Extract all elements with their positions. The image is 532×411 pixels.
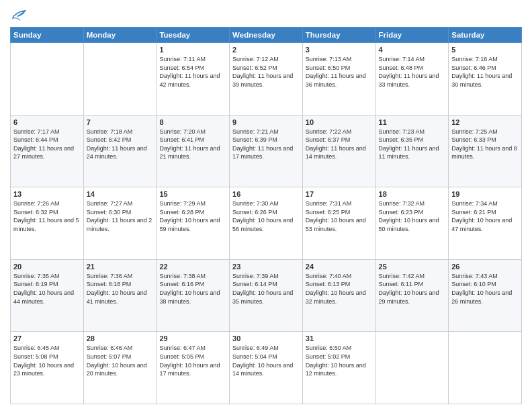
day-cell: 27Sunrise: 6:45 AMSunset: 5:08 PMDayligh… [11,332,84,404]
day-info: Sunrise: 6:49 AMSunset: 5:04 PMDaylight:… [232,344,300,377]
day-info: Sunrise: 7:22 AMSunset: 6:37 PMDaylight:… [306,128,373,161]
day-cell: 31Sunrise: 6:50 AMSunset: 5:02 PMDayligh… [302,332,375,404]
day-info: Sunrise: 7:30 AMSunset: 6:26 PMDaylight:… [232,199,300,233]
day-info: Sunrise: 7:14 AMSunset: 6:48 PMDaylight:… [379,55,446,89]
calendar-body: 1Sunrise: 7:11 AMSunset: 6:54 PMDaylight… [11,43,522,404]
day-cell: 19Sunrise: 7:34 AMSunset: 6:21 PMDayligh… [449,187,522,260]
day-number: 11 [379,118,446,126]
weekday-header-tuesday: Tuesday [157,28,230,43]
day-number: 24 [306,263,373,271]
calendar-header: SundayMondayTuesdayWednesdayThursdayFrid… [11,28,522,43]
day-number: 2 [232,46,300,54]
day-number: 29 [159,334,226,342]
day-number: 15 [159,190,226,198]
day-info: Sunrise: 7:23 AMSunset: 6:35 PMDaylight:… [379,128,446,161]
week-row-3: 13Sunrise: 7:26 AMSunset: 6:32 PMDayligh… [11,187,522,260]
day-number: 14 [87,190,154,198]
day-cell: 16Sunrise: 7:30 AMSunset: 6:26 PMDayligh… [230,187,303,260]
day-info: Sunrise: 6:46 AMSunset: 5:07 PMDaylight:… [87,344,154,377]
day-number: 19 [451,190,519,198]
day-cell: 3Sunrise: 7:13 AMSunset: 6:50 PMDaylight… [302,43,375,116]
weekday-header-friday: Friday [375,28,449,43]
day-cell: 29Sunrise: 6:47 AMSunset: 5:05 PMDayligh… [157,332,230,404]
day-info: Sunrise: 7:43 AMSunset: 6:10 PMDaylight:… [451,272,519,306]
week-row-5: 27Sunrise: 6:45 AMSunset: 5:08 PMDayligh… [11,332,522,404]
day-cell: 20Sunrise: 7:35 AMSunset: 6:19 PMDayligh… [11,259,84,332]
day-number: 5 [451,46,519,54]
day-number: 4 [379,46,446,54]
day-info: Sunrise: 7:12 AMSunset: 6:52 PMDaylight:… [232,55,300,89]
day-info: Sunrise: 6:45 AMSunset: 5:08 PMDaylight:… [13,344,81,377]
day-number: 25 [379,263,446,271]
weekday-header-saturday: Saturday [449,28,522,43]
day-number: 12 [451,118,519,126]
day-cell: 28Sunrise: 6:46 AMSunset: 5:07 PMDayligh… [83,332,157,404]
day-cell: 10Sunrise: 7:22 AMSunset: 6:37 PMDayligh… [302,115,375,187]
day-number: 17 [306,190,373,198]
day-number: 9 [232,118,300,126]
day-number: 7 [87,118,154,126]
week-row-1: 1Sunrise: 7:11 AMSunset: 6:54 PMDaylight… [11,43,522,116]
day-cell: 18Sunrise: 7:32 AMSunset: 6:23 PMDayligh… [375,187,449,260]
day-number: 30 [232,334,300,342]
day-number: 8 [159,118,226,126]
day-number: 6 [13,118,81,126]
day-number: 26 [451,263,519,271]
logo [10,7,26,21]
day-info: Sunrise: 7:42 AMSunset: 6:11 PMDaylight:… [379,272,446,306]
day-cell: 6Sunrise: 7:17 AMSunset: 6:44 PMDaylight… [11,115,84,187]
day-cell: 12Sunrise: 7:25 AMSunset: 6:33 PMDayligh… [449,115,522,187]
day-number: 21 [87,263,154,271]
day-info: Sunrise: 7:34 AMSunset: 6:21 PMDaylight:… [451,199,519,233]
day-cell [449,332,522,404]
day-cell: 25Sunrise: 7:42 AMSunset: 6:11 PMDayligh… [375,259,449,332]
day-info: Sunrise: 7:11 AMSunset: 6:54 PMDaylight:… [159,55,226,89]
day-cell: 11Sunrise: 7:23 AMSunset: 6:35 PMDayligh… [375,115,449,187]
day-number: 18 [379,190,446,198]
day-number: 13 [13,190,81,198]
day-info: Sunrise: 7:29 AMSunset: 6:28 PMDaylight:… [159,199,226,233]
day-info: Sunrise: 7:38 AMSunset: 6:16 PMDaylight:… [159,272,226,306]
day-cell [83,43,157,116]
day-cell: 7Sunrise: 7:18 AMSunset: 6:42 PMDaylight… [83,115,157,187]
day-info: Sunrise: 7:18 AMSunset: 6:42 PMDaylight:… [87,128,154,161]
day-number: 27 [13,334,81,342]
day-cell: 24Sunrise: 7:40 AMSunset: 6:13 PMDayligh… [302,259,375,332]
day-cell: 4Sunrise: 7:14 AMSunset: 6:48 PMDaylight… [375,43,449,116]
day-number: 20 [13,263,81,271]
day-number: 23 [232,263,300,271]
day-cell: 17Sunrise: 7:31 AMSunset: 6:25 PMDayligh… [302,187,375,260]
weekday-header-wednesday: Wednesday [230,28,303,43]
day-number: 10 [306,118,373,126]
day-info: Sunrise: 7:35 AMSunset: 6:19 PMDaylight:… [13,272,81,306]
day-info: Sunrise: 6:47 AMSunset: 5:05 PMDaylight:… [159,344,226,377]
day-cell: 14Sunrise: 7:27 AMSunset: 6:30 PMDayligh… [83,187,157,260]
day-info: Sunrise: 7:16 AMSunset: 6:46 PMDaylight:… [451,55,519,89]
day-info: Sunrise: 7:26 AMSunset: 6:32 PMDaylight:… [13,199,81,233]
day-cell: 1Sunrise: 7:11 AMSunset: 6:54 PMDaylight… [157,43,230,116]
day-info: Sunrise: 7:21 AMSunset: 6:39 PMDaylight:… [232,128,300,161]
day-cell [11,43,84,116]
day-info: Sunrise: 7:25 AMSunset: 6:33 PMDaylight:… [451,128,519,161]
day-info: Sunrise: 7:32 AMSunset: 6:23 PMDaylight:… [379,199,446,233]
day-cell: 5Sunrise: 7:16 AMSunset: 6:46 PMDaylight… [449,43,522,116]
day-info: Sunrise: 7:17 AMSunset: 6:44 PMDaylight:… [13,128,81,161]
day-cell: 23Sunrise: 7:39 AMSunset: 6:14 PMDayligh… [230,259,303,332]
day-number: 3 [306,46,373,54]
day-info: Sunrise: 7:31 AMSunset: 6:25 PMDaylight:… [306,199,373,233]
logo-text [10,9,26,21]
day-info: Sunrise: 6:50 AMSunset: 5:02 PMDaylight:… [306,344,373,377]
day-cell: 26Sunrise: 7:43 AMSunset: 6:10 PMDayligh… [449,259,522,332]
calendar-table: SundayMondayTuesdayWednesdayThursdayFrid… [10,27,522,404]
weekday-header-row: SundayMondayTuesdayWednesdayThursdayFrid… [11,28,522,43]
day-number: 31 [306,334,373,342]
day-cell: 21Sunrise: 7:36 AMSunset: 6:18 PMDayligh… [83,259,157,332]
day-number: 16 [232,190,300,198]
day-cell: 9Sunrise: 7:21 AMSunset: 6:39 PMDaylight… [230,115,303,187]
logo-bird-icon [11,9,26,21]
day-number: 1 [159,46,226,54]
day-info: Sunrise: 7:20 AMSunset: 6:41 PMDaylight:… [159,128,226,161]
week-row-2: 6Sunrise: 7:17 AMSunset: 6:44 PMDaylight… [11,115,522,187]
day-info: Sunrise: 7:39 AMSunset: 6:14 PMDaylight:… [232,272,300,306]
weekday-header-thursday: Thursday [302,28,375,43]
